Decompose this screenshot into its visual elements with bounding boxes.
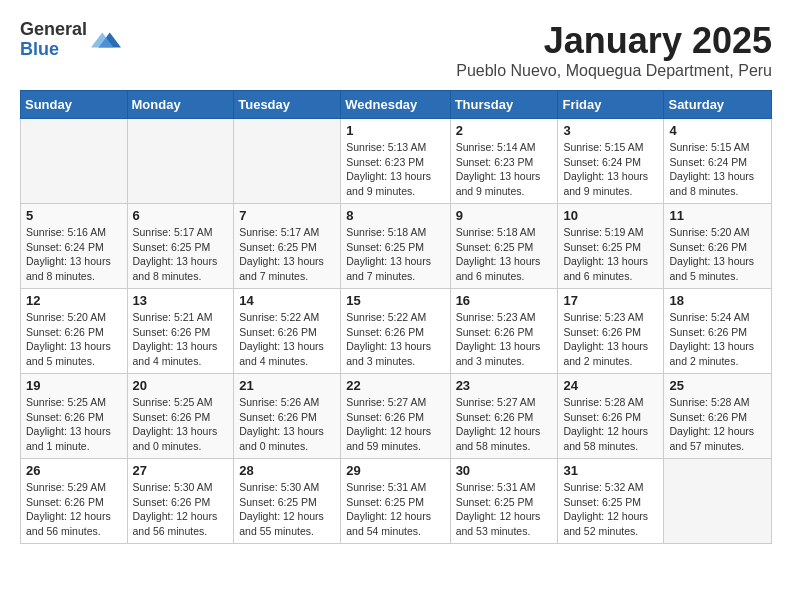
- calendar-cell: 23Sunrise: 5:27 AM Sunset: 6:26 PM Dayli…: [450, 374, 558, 459]
- day-info: Sunrise: 5:24 AM Sunset: 6:26 PM Dayligh…: [669, 310, 766, 369]
- day-info: Sunrise: 5:31 AM Sunset: 6:25 PM Dayligh…: [456, 480, 553, 539]
- calendar-cell: [664, 459, 772, 544]
- weekday-header-wednesday: Wednesday: [341, 91, 450, 119]
- day-number: 15: [346, 293, 444, 308]
- day-info: Sunrise: 5:17 AM Sunset: 6:25 PM Dayligh…: [239, 225, 335, 284]
- day-number: 24: [563, 378, 658, 393]
- calendar-cell: 17Sunrise: 5:23 AM Sunset: 6:26 PM Dayli…: [558, 289, 664, 374]
- weekday-header-thursday: Thursday: [450, 91, 558, 119]
- weekday-header-saturday: Saturday: [664, 91, 772, 119]
- calendar-cell: 30Sunrise: 5:31 AM Sunset: 6:25 PM Dayli…: [450, 459, 558, 544]
- day-number: 21: [239, 378, 335, 393]
- calendar-cell: 20Sunrise: 5:25 AM Sunset: 6:26 PM Dayli…: [127, 374, 234, 459]
- calendar-title: January 2025: [456, 20, 772, 62]
- week-row-4: 19Sunrise: 5:25 AM Sunset: 6:26 PM Dayli…: [21, 374, 772, 459]
- week-row-2: 5Sunrise: 5:16 AM Sunset: 6:24 PM Daylig…: [21, 204, 772, 289]
- logo-blue: Blue: [20, 40, 87, 60]
- day-number: 8: [346, 208, 444, 223]
- day-info: Sunrise: 5:18 AM Sunset: 6:25 PM Dayligh…: [346, 225, 444, 284]
- calendar-cell: 13Sunrise: 5:21 AM Sunset: 6:26 PM Dayli…: [127, 289, 234, 374]
- day-number: 4: [669, 123, 766, 138]
- day-info: Sunrise: 5:23 AM Sunset: 6:26 PM Dayligh…: [563, 310, 658, 369]
- calendar-cell: 4Sunrise: 5:15 AM Sunset: 6:24 PM Daylig…: [664, 119, 772, 204]
- calendar-cell: 21Sunrise: 5:26 AM Sunset: 6:26 PM Dayli…: [234, 374, 341, 459]
- day-info: Sunrise: 5:15 AM Sunset: 6:24 PM Dayligh…: [669, 140, 766, 199]
- calendar-cell: 5Sunrise: 5:16 AM Sunset: 6:24 PM Daylig…: [21, 204, 128, 289]
- day-info: Sunrise: 5:29 AM Sunset: 6:26 PM Dayligh…: [26, 480, 122, 539]
- day-info: Sunrise: 5:26 AM Sunset: 6:26 PM Dayligh…: [239, 395, 335, 454]
- day-info: Sunrise: 5:27 AM Sunset: 6:26 PM Dayligh…: [346, 395, 444, 454]
- day-number: 6: [133, 208, 229, 223]
- logo-general: General: [20, 20, 87, 40]
- calendar-cell: 6Sunrise: 5:17 AM Sunset: 6:25 PM Daylig…: [127, 204, 234, 289]
- day-number: 19: [26, 378, 122, 393]
- day-number: 29: [346, 463, 444, 478]
- day-info: Sunrise: 5:22 AM Sunset: 6:26 PM Dayligh…: [346, 310, 444, 369]
- day-number: 22: [346, 378, 444, 393]
- calendar-cell: 8Sunrise: 5:18 AM Sunset: 6:25 PM Daylig…: [341, 204, 450, 289]
- day-number: 17: [563, 293, 658, 308]
- calendar-cell: 12Sunrise: 5:20 AM Sunset: 6:26 PM Dayli…: [21, 289, 128, 374]
- calendar-cell: 18Sunrise: 5:24 AM Sunset: 6:26 PM Dayli…: [664, 289, 772, 374]
- day-info: Sunrise: 5:14 AM Sunset: 6:23 PM Dayligh…: [456, 140, 553, 199]
- day-info: Sunrise: 5:25 AM Sunset: 6:26 PM Dayligh…: [26, 395, 122, 454]
- day-info: Sunrise: 5:32 AM Sunset: 6:25 PM Dayligh…: [563, 480, 658, 539]
- day-info: Sunrise: 5:21 AM Sunset: 6:26 PM Dayligh…: [133, 310, 229, 369]
- calendar-table: SundayMondayTuesdayWednesdayThursdayFrid…: [20, 90, 772, 544]
- calendar-subtitle: Pueblo Nuevo, Moquegua Department, Peru: [456, 62, 772, 80]
- day-number: 30: [456, 463, 553, 478]
- day-info: Sunrise: 5:30 AM Sunset: 6:25 PM Dayligh…: [239, 480, 335, 539]
- calendar-cell: 14Sunrise: 5:22 AM Sunset: 6:26 PM Dayli…: [234, 289, 341, 374]
- day-info: Sunrise: 5:19 AM Sunset: 6:25 PM Dayligh…: [563, 225, 658, 284]
- day-number: 18: [669, 293, 766, 308]
- day-number: 28: [239, 463, 335, 478]
- day-info: Sunrise: 5:20 AM Sunset: 6:26 PM Dayligh…: [26, 310, 122, 369]
- page-header: General Blue January 2025 Pueblo Nuevo, …: [20, 20, 772, 80]
- weekday-header-sunday: Sunday: [21, 91, 128, 119]
- calendar-cell: 1Sunrise: 5:13 AM Sunset: 6:23 PM Daylig…: [341, 119, 450, 204]
- day-info: Sunrise: 5:16 AM Sunset: 6:24 PM Dayligh…: [26, 225, 122, 284]
- day-number: 3: [563, 123, 658, 138]
- day-number: 16: [456, 293, 553, 308]
- calendar-cell: 29Sunrise: 5:31 AM Sunset: 6:25 PM Dayli…: [341, 459, 450, 544]
- day-number: 26: [26, 463, 122, 478]
- logo-icon: [91, 25, 121, 55]
- calendar-cell: 26Sunrise: 5:29 AM Sunset: 6:26 PM Dayli…: [21, 459, 128, 544]
- day-number: 11: [669, 208, 766, 223]
- calendar-cell: 10Sunrise: 5:19 AM Sunset: 6:25 PM Dayli…: [558, 204, 664, 289]
- calendar-cell: [21, 119, 128, 204]
- day-number: 31: [563, 463, 658, 478]
- day-info: Sunrise: 5:15 AM Sunset: 6:24 PM Dayligh…: [563, 140, 658, 199]
- calendar-cell: 24Sunrise: 5:28 AM Sunset: 6:26 PM Dayli…: [558, 374, 664, 459]
- day-number: 10: [563, 208, 658, 223]
- day-info: Sunrise: 5:28 AM Sunset: 6:26 PM Dayligh…: [563, 395, 658, 454]
- day-number: 25: [669, 378, 766, 393]
- calendar-cell: 2Sunrise: 5:14 AM Sunset: 6:23 PM Daylig…: [450, 119, 558, 204]
- calendar-cell: 9Sunrise: 5:18 AM Sunset: 6:25 PM Daylig…: [450, 204, 558, 289]
- week-row-3: 12Sunrise: 5:20 AM Sunset: 6:26 PM Dayli…: [21, 289, 772, 374]
- weekday-header-friday: Friday: [558, 91, 664, 119]
- week-row-1: 1Sunrise: 5:13 AM Sunset: 6:23 PM Daylig…: [21, 119, 772, 204]
- calendar-cell: 25Sunrise: 5:28 AM Sunset: 6:26 PM Dayli…: [664, 374, 772, 459]
- weekday-header-row: SundayMondayTuesdayWednesdayThursdayFrid…: [21, 91, 772, 119]
- day-number: 1: [346, 123, 444, 138]
- day-number: 9: [456, 208, 553, 223]
- week-row-5: 26Sunrise: 5:29 AM Sunset: 6:26 PM Dayli…: [21, 459, 772, 544]
- day-info: Sunrise: 5:27 AM Sunset: 6:26 PM Dayligh…: [456, 395, 553, 454]
- calendar-cell: 15Sunrise: 5:22 AM Sunset: 6:26 PM Dayli…: [341, 289, 450, 374]
- calendar-cell: [127, 119, 234, 204]
- title-section: January 2025 Pueblo Nuevo, Moquegua Depa…: [456, 20, 772, 80]
- day-number: 23: [456, 378, 553, 393]
- day-info: Sunrise: 5:22 AM Sunset: 6:26 PM Dayligh…: [239, 310, 335, 369]
- day-number: 2: [456, 123, 553, 138]
- day-number: 13: [133, 293, 229, 308]
- day-info: Sunrise: 5:31 AM Sunset: 6:25 PM Dayligh…: [346, 480, 444, 539]
- day-info: Sunrise: 5:25 AM Sunset: 6:26 PM Dayligh…: [133, 395, 229, 454]
- day-info: Sunrise: 5:30 AM Sunset: 6:26 PM Dayligh…: [133, 480, 229, 539]
- day-number: 14: [239, 293, 335, 308]
- calendar-cell: 31Sunrise: 5:32 AM Sunset: 6:25 PM Dayli…: [558, 459, 664, 544]
- day-info: Sunrise: 5:20 AM Sunset: 6:26 PM Dayligh…: [669, 225, 766, 284]
- calendar-cell: 22Sunrise: 5:27 AM Sunset: 6:26 PM Dayli…: [341, 374, 450, 459]
- calendar-cell: 27Sunrise: 5:30 AM Sunset: 6:26 PM Dayli…: [127, 459, 234, 544]
- day-number: 7: [239, 208, 335, 223]
